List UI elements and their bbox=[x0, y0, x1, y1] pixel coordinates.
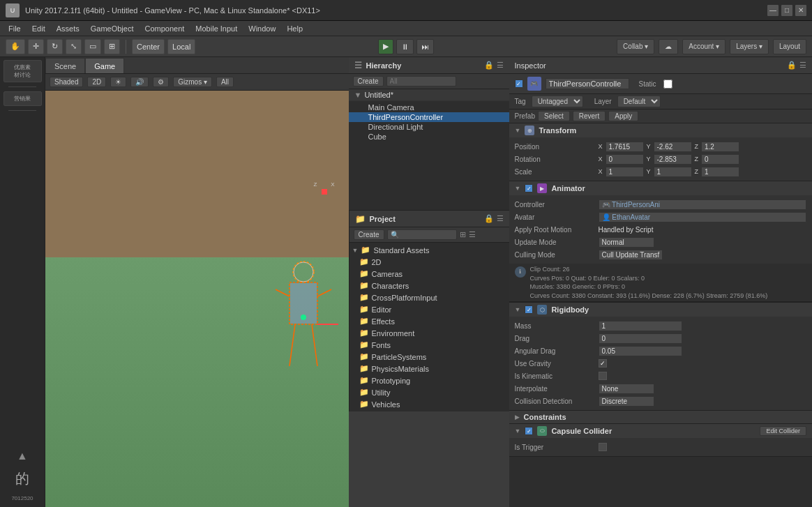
is-kinematic-checkbox[interactable] bbox=[599, 372, 607, 380]
proj-item-environment[interactable]: 📁 Environment bbox=[349, 327, 509, 339]
project-view-1[interactable]: ⊞ bbox=[460, 230, 466, 239]
proj-item-vehicles[interactable]: 📁 Vehicles bbox=[349, 398, 509, 410]
static-checkbox[interactable] bbox=[663, 80, 672, 89]
multi-tool[interactable]: ⊞ bbox=[104, 39, 120, 54]
rot-y-input[interactable] bbox=[654, 154, 692, 165]
proj-item-prototyping[interactable]: 📁 Prototyping bbox=[349, 374, 509, 386]
culling-mode-dropdown[interactable]: Cull Update Transf bbox=[599, 250, 663, 260]
menu-window[interactable]: Window bbox=[243, 23, 281, 34]
use-gravity-checkbox[interactable] bbox=[599, 359, 607, 368]
sidebar-item-2[interactable]: 营销果 bbox=[3, 91, 42, 106]
scale-tool[interactable]: ⤡ bbox=[66, 39, 82, 54]
proj-item-utility[interactable]: 📁 Utility bbox=[349, 386, 509, 398]
expand-scene-arrow[interactable]: ▼ bbox=[354, 91, 362, 99]
layout-button[interactable]: Layout bbox=[773, 39, 806, 54]
capsule-toggle[interactable] bbox=[525, 427, 533, 435]
proj-item-physics[interactable]: 📁 PhysicsMaterials bbox=[349, 363, 509, 374]
hierarchy-search[interactable] bbox=[386, 76, 456, 86]
menu-mobileinput[interactable]: Mobile Input bbox=[190, 23, 243, 34]
scale-x-input[interactable] bbox=[606, 167, 644, 177]
proj-item-editor[interactable]: 📁 Editor bbox=[349, 303, 509, 315]
rot-x-input[interactable] bbox=[606, 154, 644, 165]
pause-button[interactable]: ⏸ bbox=[396, 39, 414, 54]
space-button[interactable]: Local bbox=[167, 39, 195, 54]
layer-dropdown[interactable]: Default bbox=[617, 96, 661, 107]
gizmos-button[interactable]: Gizmos ▾ bbox=[173, 77, 212, 87]
proj-item-crossplatform[interactable]: 📁 CrossPlatformInput bbox=[349, 292, 509, 303]
menu-edit[interactable]: Edit bbox=[27, 23, 51, 34]
inspector-menu[interactable]: ☰ bbox=[799, 61, 806, 70]
constraints-header[interactable]: ▶ Constraints bbox=[509, 411, 813, 423]
select-btn[interactable]: Select bbox=[538, 111, 570, 121]
avatar-value[interactable]: 👤 EthanAvatar bbox=[599, 212, 807, 222]
update-mode-dropdown[interactable]: Normal bbox=[599, 237, 654, 248]
collision-detection-dropdown[interactable]: Discrete bbox=[599, 396, 654, 407]
drag-input[interactable] bbox=[599, 333, 682, 344]
capsule-header[interactable]: ▼ ⬭ Capsule Collider Edit Collider bbox=[509, 424, 813, 438]
active-toggle[interactable] bbox=[515, 80, 523, 88]
hier-item-main-camera[interactable]: Main Camera bbox=[349, 103, 509, 112]
menu-file[interactable]: File bbox=[3, 23, 27, 34]
is-trigger-checkbox[interactable] bbox=[599, 443, 607, 451]
edit-collider-btn[interactable]: Edit Collider bbox=[760, 426, 806, 436]
project-lock[interactable]: 🔒 bbox=[484, 214, 494, 223]
pos-z-input[interactable] bbox=[701, 142, 739, 152]
hier-item-thirdperson[interactable]: ThirdPersonController bbox=[349, 112, 509, 122]
light-button[interactable]: ☀ bbox=[110, 77, 126, 87]
obj-name-input[interactable] bbox=[546, 78, 629, 89]
revert-btn[interactable]: Revert bbox=[573, 111, 606, 121]
scale-z-input[interactable] bbox=[701, 167, 739, 177]
mass-input[interactable] bbox=[599, 321, 682, 331]
all-button[interactable]: All bbox=[216, 77, 234, 87]
rotate-tool[interactable]: ↻ bbox=[47, 39, 63, 54]
proj-item-standard-assets[interactable]: ▼ 📁 Standard Assets bbox=[349, 244, 509, 256]
rect-tool[interactable]: ▭ bbox=[84, 39, 101, 54]
proj-item-fonts[interactable]: 📁 Fonts bbox=[349, 339, 509, 351]
step-button[interactable]: ⏭ bbox=[416, 39, 434, 54]
play-button[interactable]: ▶ bbox=[378, 39, 393, 54]
proj-item-characters[interactable]: 📁 Characters bbox=[349, 280, 509, 292]
menu-assets[interactable]: Assets bbox=[51, 23, 85, 34]
audio-button[interactable]: 🔊 bbox=[130, 77, 149, 87]
dimension-button[interactable]: 2D bbox=[87, 77, 106, 87]
move-tool[interactable]: ✛ bbox=[28, 39, 44, 54]
maximize-button[interactable]: □ bbox=[781, 5, 792, 16]
rot-z-input[interactable] bbox=[701, 154, 739, 165]
hand-tool[interactable]: ✋ bbox=[6, 39, 25, 54]
angular-drag-input[interactable] bbox=[599, 346, 682, 356]
proj-item-2d[interactable]: 📁 2D bbox=[349, 256, 509, 268]
sidebar-expand[interactable]: 的 bbox=[3, 467, 42, 491]
project-view-2[interactable]: ☰ bbox=[469, 230, 476, 239]
hierarchy-create-btn[interactable]: Create bbox=[353, 76, 384, 86]
tab-game[interactable]: Game bbox=[85, 58, 124, 73]
project-create-btn[interactable]: Create bbox=[354, 229, 384, 240]
sidebar-item-3[interactable]: ▲ bbox=[3, 447, 42, 465]
sidebar-item-1[interactable]: 优惠素材讨论 bbox=[3, 60, 42, 82]
menu-gameobject[interactable]: GameObject bbox=[85, 23, 140, 34]
minimize-button[interactable]: — bbox=[767, 5, 779, 16]
viewport[interactable]: Y X Z bbox=[45, 91, 349, 507]
animator-toggle[interactable] bbox=[525, 184, 533, 192]
shading-dropdown[interactable]: Shaded bbox=[50, 77, 83, 87]
pos-y-input[interactable] bbox=[654, 142, 692, 152]
tag-dropdown[interactable]: Untagged bbox=[532, 96, 583, 107]
controller-value[interactable]: 🎮 ThirdPersonAni bbox=[599, 199, 807, 210]
layers-button[interactable]: Layers ▾ bbox=[730, 39, 769, 54]
transform-header[interactable]: ▼ ⊕ Transform bbox=[509, 123, 813, 137]
interpolate-dropdown[interactable]: None bbox=[599, 384, 654, 394]
project-search[interactable] bbox=[387, 229, 457, 240]
rigidbody-toggle[interactable] bbox=[525, 305, 533, 314]
apply-btn[interactable]: Apply bbox=[608, 111, 638, 121]
scale-y-input[interactable] bbox=[654, 167, 692, 177]
scene-gizmo[interactable]: X Z bbox=[310, 178, 338, 206]
project-menu[interactable]: ☰ bbox=[497, 214, 504, 223]
rigidbody-header[interactable]: ▼ ⬡ Rigidbody bbox=[509, 303, 813, 317]
close-button[interactable]: ✕ bbox=[795, 5, 806, 16]
menu-help[interactable]: Help bbox=[281, 23, 308, 34]
pos-x-input[interactable] bbox=[606, 142, 644, 152]
inspector-lock[interactable]: 🔒 bbox=[787, 61, 797, 70]
account-button[interactable]: Account ▾ bbox=[682, 39, 725, 54]
proj-item-effects[interactable]: 📁 Effects bbox=[349, 315, 509, 327]
hierarchy-lock[interactable]: 🔒 bbox=[484, 61, 494, 70]
tab-scene[interactable]: Scene bbox=[45, 58, 85, 73]
